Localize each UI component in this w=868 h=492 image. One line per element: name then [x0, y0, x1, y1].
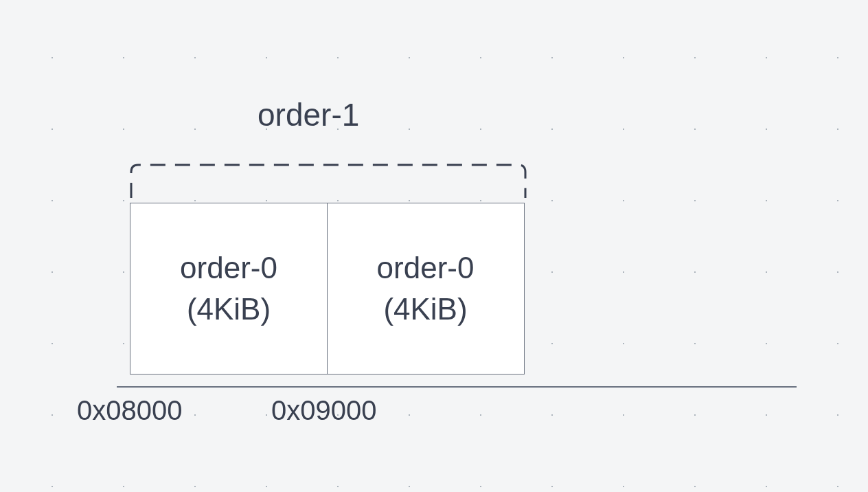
address-label-1: 0x09000 [271, 395, 376, 426]
memory-block-1: order-0 (4KiB) [327, 203, 525, 374]
address-axis-line [117, 386, 797, 388]
address-label-0: 0x08000 [77, 395, 182, 426]
block-title: order-0 [180, 251, 277, 285]
block-size: (4KiB) [187, 292, 271, 326]
block-size: (4KiB) [383, 292, 467, 326]
order1-group-label: order-1 [258, 96, 359, 133]
block-title: order-0 [377, 251, 475, 285]
memory-blocks-container: order-0 (4KiB) order-0 (4KiB) [130, 203, 525, 374]
memory-block-0: order-0 (4KiB) [130, 203, 328, 374]
memory-buddy-diagram: order-1 order-0 (4KiB) order-0 (4KiB) 0x… [0, 0, 868, 492]
dashed-bracket [130, 164, 527, 198]
